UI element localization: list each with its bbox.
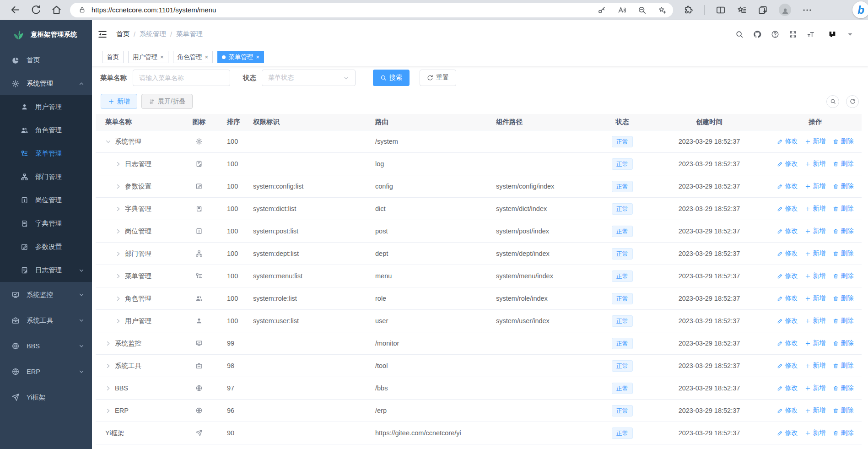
row-edit-link[interactable]: 修改 <box>777 160 798 168</box>
copilot-icon[interactable]: b <box>852 1 868 18</box>
row-edit-link[interactable]: 修改 <box>777 294 798 303</box>
question-icon[interactable] <box>771 30 779 38</box>
row-edit-link[interactable]: 修改 <box>777 249 798 258</box>
chev-right-icon[interactable] <box>115 184 121 189</box>
row-edit-link[interactable]: 修改 <box>777 406 798 415</box>
row-edit-link[interactable]: 修改 <box>777 384 798 392</box>
row-add-link[interactable]: 新增 <box>805 317 826 325</box>
sidebar-subitem-tree[interactable]: 部门管理 <box>0 165 92 189</box>
add-button[interactable]: 新增 <box>101 94 137 109</box>
row-delete-link[interactable]: 删除 <box>833 362 854 370</box>
close-icon[interactable]: × <box>256 54 259 60</box>
sidebar-subitem-log[interactable]: 日志管理 <box>0 259 92 282</box>
row-edit-link[interactable]: 修改 <box>777 182 798 190</box>
sidebar-item-monitor[interactable]: 系统监控 <box>0 282 92 308</box>
row-edit-link[interactable]: 修改 <box>777 205 798 213</box>
reload-icon[interactable] <box>31 5 41 15</box>
profile-avatar[interactable] <box>779 4 791 16</box>
status-select[interactable]: 菜单状态 <box>262 70 356 86</box>
row-delete-link[interactable]: 删除 <box>833 294 854 303</box>
back-icon[interactable] <box>10 5 21 15</box>
row-delete-link[interactable]: 删除 <box>833 339 854 347</box>
chev-right-icon[interactable] <box>105 408 111 414</box>
caret-down-icon[interactable] <box>846 30 854 38</box>
chev-right-icon[interactable] <box>105 363 111 369</box>
read-aloud-icon[interactable] <box>617 5 626 15</box>
row-edit-link[interactable]: 修改 <box>777 272 798 280</box>
app-logo[interactable]: 意框架管理系统 <box>0 20 92 49</box>
row-delete-link[interactable]: 删除 <box>833 182 854 190</box>
row-add-link[interactable]: 新增 <box>805 294 826 303</box>
sidebar-subitem-post[interactable]: 岗位管理 <box>0 189 92 212</box>
sidebar-subitem-user[interactable]: 用户管理 <box>0 95 92 119</box>
chev-right-icon[interactable] <box>115 206 121 212</box>
sidebar-item-globe[interactable]: BBS <box>0 333 92 359</box>
split-screen-icon[interactable] <box>716 5 726 15</box>
sidebar-item-plane[interactable]: Yi框架 <box>0 384 92 410</box>
refresh-toggle-button[interactable] <box>846 95 859 108</box>
row-add-link[interactable]: 新增 <box>805 227 826 235</box>
user-avatar-logo[interactable] <box>828 30 836 38</box>
row-delete-link[interactable]: 删除 <box>833 205 854 213</box>
row-delete-link[interactable]: 删除 <box>833 249 854 258</box>
reset-button[interactable]: 重置 <box>420 70 456 86</box>
sidebar-item-dashboard[interactable]: 首页 <box>0 49 92 72</box>
chev-right-icon[interactable] <box>115 251 121 257</box>
row-add-link[interactable]: 新增 <box>805 272 826 280</box>
search-icon[interactable] <box>735 30 744 38</box>
address-bar[interactable]: https://ccnetcore.com:1101/system/menu <box>70 3 673 17</box>
chev-down-icon[interactable] <box>105 139 111 145</box>
breadcrumb-item[interactable]: 首页 <box>116 30 129 38</box>
chev-right-icon[interactable] <box>105 341 111 346</box>
sidebar-subitem-edit[interactable]: 参数设置 <box>0 235 92 259</box>
sidebar-subitem-menu[interactable]: 菜单管理 <box>0 142 92 165</box>
home-icon[interactable] <box>51 5 62 15</box>
row-edit-link[interactable]: 修改 <box>777 362 798 370</box>
close-icon[interactable]: × <box>205 54 209 60</box>
row-add-link[interactable]: 新增 <box>805 362 826 370</box>
zoom-out-icon[interactable] <box>637 5 647 15</box>
row-edit-link[interactable]: 修改 <box>777 137 798 146</box>
url-text[interactable]: https://ccnetcore.com:1101/system/menu <box>92 6 216 14</box>
row-add-link[interactable]: 新增 <box>805 339 826 347</box>
menu-name-input[interactable] <box>133 70 230 86</box>
row-edit-link[interactable]: 修改 <box>777 429 798 437</box>
row-delete-link[interactable]: 删除 <box>833 227 854 235</box>
chev-right-icon[interactable] <box>115 161 121 167</box>
breadcrumb-item[interactable]: 菜单管理 <box>176 30 203 38</box>
tab-0[interactable]: 首页 <box>102 51 124 63</box>
row-delete-link[interactable]: 删除 <box>833 137 854 146</box>
chev-right-icon[interactable] <box>115 273 121 279</box>
row-edit-link[interactable]: 修改 <box>777 227 798 235</box>
row-delete-link[interactable]: 删除 <box>833 406 854 415</box>
row-delete-link[interactable]: 删除 <box>833 160 854 168</box>
row-add-link[interactable]: 新增 <box>805 384 826 392</box>
collections-icon[interactable] <box>758 5 768 15</box>
row-delete-link[interactable]: 删除 <box>833 272 854 280</box>
key-icon[interactable] <box>597 5 606 15</box>
github-icon[interactable] <box>753 30 761 38</box>
tab-1[interactable]: 用户管理× <box>128 51 168 63</box>
row-add-link[interactable]: 新增 <box>805 249 826 258</box>
sidebar-subitem-users[interactable]: 角色管理 <box>0 119 92 142</box>
row-add-link[interactable]: 新增 <box>805 429 826 437</box>
search-button[interactable]: 搜索 <box>373 70 410 86</box>
sidebar-item-tool[interactable]: 系统工具 <box>0 308 92 333</box>
font-size-icon[interactable] <box>807 30 815 38</box>
sidebar-subitem-dict[interactable]: 字典管理 <box>0 212 92 235</box>
fullscreen-icon[interactable] <box>789 30 797 38</box>
tab-3[interactable]: 菜单管理× <box>217 51 264 63</box>
row-add-link[interactable]: 新增 <box>805 182 826 190</box>
row-delete-link[interactable]: 删除 <box>833 384 854 392</box>
tab-2[interactable]: 角色管理× <box>173 51 213 63</box>
chev-right-icon[interactable] <box>105 385 111 391</box>
row-add-link[interactable]: 新增 <box>805 205 826 213</box>
row-delete-link[interactable]: 删除 <box>833 429 854 437</box>
favorite-add-icon[interactable] <box>658 5 667 15</box>
row-delete-link[interactable]: 删除 <box>833 317 854 325</box>
close-icon[interactable]: × <box>160 54 164 60</box>
sidebar-item-gear[interactable]: 系统管理 <box>0 72 92 95</box>
extensions-icon[interactable] <box>683 5 693 15</box>
row-add-link[interactable]: 新增 <box>805 406 826 415</box>
sidebar-item-globe[interactable]: ERP <box>0 359 92 384</box>
